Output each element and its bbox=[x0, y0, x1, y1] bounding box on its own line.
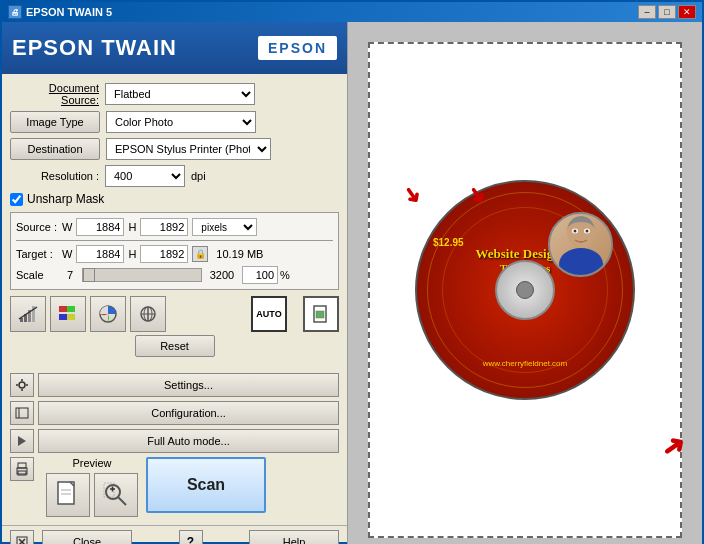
epson-header: EPSON TWAIN EPSON bbox=[2, 22, 347, 74]
scan-button[interactable]: Scan bbox=[146, 457, 266, 513]
svg-point-43 bbox=[573, 230, 576, 233]
svg-line-31 bbox=[118, 497, 126, 505]
svg-rect-15 bbox=[316, 311, 324, 318]
resolution-select[interactable]: 400 bbox=[105, 165, 185, 187]
source-row: Source : W 1884 H 1892 pixels bbox=[16, 218, 333, 236]
destination-select[interactable]: EPSON Stylus Printer (Photo) bbox=[106, 138, 271, 160]
target-row: Target : W 1884 H 1892 🔒 10.19 MB bbox=[16, 245, 333, 263]
scale-pct: % bbox=[280, 269, 290, 281]
lock-icon[interactable]: 🔒 bbox=[192, 246, 208, 262]
maximize-button[interactable]: □ bbox=[658, 5, 676, 19]
full-auto-section-row: Full Auto mode... bbox=[10, 429, 339, 453]
svg-rect-5 bbox=[59, 306, 67, 312]
source-label: Source : bbox=[16, 221, 58, 233]
histogram-button[interactable] bbox=[90, 296, 126, 332]
source-w-input[interactable]: 1884 bbox=[76, 218, 124, 236]
scale-max: 3200 bbox=[204, 269, 240, 281]
target-w-input[interactable]: 1884 bbox=[76, 245, 124, 263]
image-type-select[interactable]: Color Photo bbox=[106, 111, 256, 133]
title-bar: 🖨 EPSON TWAIN 5 – □ ✕ bbox=[2, 2, 702, 22]
cd-hole bbox=[516, 281, 534, 299]
preview-blank-button[interactable] bbox=[46, 473, 90, 517]
destination-row: Destination EPSON Stylus Printer (Photo) bbox=[10, 138, 339, 160]
svg-rect-25 bbox=[18, 463, 26, 468]
epson-twain-title: EPSON TWAIN bbox=[12, 35, 177, 61]
preview-section: Preview bbox=[46, 457, 138, 517]
preview-panel: Website Design & The Basics $12.95 www.c… bbox=[347, 22, 702, 544]
settings-icon-button[interactable] bbox=[10, 373, 34, 397]
svg-rect-6 bbox=[67, 306, 75, 312]
target-h-label: H bbox=[128, 248, 136, 260]
reset-row: Reset bbox=[10, 335, 339, 357]
configuration-button[interactable]: Configuration... bbox=[38, 401, 339, 425]
scale-row: Scale 7 3200 100 % bbox=[16, 266, 333, 284]
scale-thumb[interactable] bbox=[83, 268, 95, 282]
target-size: 10.19 MB bbox=[216, 248, 263, 260]
target-w-label: W bbox=[62, 248, 72, 260]
document-source-label: Document Source: bbox=[10, 82, 105, 106]
image-type-button[interactable]: Image Type bbox=[10, 111, 100, 133]
cd-price: $12.95 bbox=[433, 237, 464, 248]
help-button[interactable]: Help bbox=[249, 530, 339, 544]
scale-value-input[interactable]: 100 bbox=[242, 266, 278, 284]
tools-row: AUTO bbox=[10, 296, 339, 332]
scale-min: 7 bbox=[60, 269, 80, 281]
svg-marker-23 bbox=[18, 436, 26, 446]
scale-slider-track[interactable] bbox=[82, 268, 202, 282]
tone-correction-button[interactable] bbox=[10, 296, 46, 332]
destination-button[interactable]: Destination bbox=[10, 138, 100, 160]
color-correction-button[interactable] bbox=[50, 296, 86, 332]
unsharp-mask-row: Unsharp Mask bbox=[10, 192, 339, 206]
unsharp-mask-checkbox[interactable] bbox=[10, 193, 23, 206]
configuration-section-row: Configuration... bbox=[10, 401, 339, 425]
preview-scan-button[interactable] bbox=[303, 296, 339, 332]
full-auto-icon-button[interactable] bbox=[10, 429, 34, 453]
svg-rect-8 bbox=[67, 314, 75, 320]
resolution-row: Resolution : 400 dpi bbox=[10, 165, 339, 187]
close-button[interactable]: Close bbox=[42, 530, 132, 544]
cd-photo bbox=[548, 212, 613, 277]
svg-rect-21 bbox=[16, 408, 28, 418]
settings-button[interactable]: Settings... bbox=[38, 373, 339, 397]
unsharp-mask-label: Unsharp Mask bbox=[27, 192, 104, 206]
preview-canvas: Website Design & The Basics $12.95 www.c… bbox=[368, 42, 682, 538]
svg-point-40 bbox=[559, 248, 603, 277]
window-title: EPSON TWAIN 5 bbox=[26, 6, 112, 18]
epson-logo: EPSON bbox=[258, 36, 337, 60]
document-source-row: Document Source: Flatbed bbox=[10, 82, 339, 106]
document-source-select[interactable]: Flatbed bbox=[105, 83, 255, 105]
cd-url: www.cherryfieldnet.com bbox=[483, 359, 567, 368]
image-type-row: Image Type Color Photo bbox=[10, 111, 339, 133]
preview-label: Preview bbox=[72, 457, 111, 469]
cd-disc: Website Design & The Basics $12.95 www.c… bbox=[415, 180, 635, 400]
source-h-input[interactable]: 1892 bbox=[140, 218, 188, 236]
image-settings-button[interactable] bbox=[130, 296, 166, 332]
preview-zoom-button[interactable] bbox=[94, 473, 138, 517]
source-w-label: W bbox=[62, 221, 72, 233]
configuration-icon-button[interactable] bbox=[10, 401, 34, 425]
svg-rect-27 bbox=[58, 482, 74, 504]
source-unit-select[interactable]: pixels bbox=[192, 218, 257, 236]
source-h-label: H bbox=[128, 221, 136, 233]
reset-button[interactable]: Reset bbox=[135, 335, 215, 357]
target-h-input[interactable]: 1892 bbox=[140, 245, 188, 263]
target-label: Target : bbox=[16, 248, 58, 260]
close-icon-button[interactable] bbox=[10, 530, 34, 544]
resolution-label: Resolution : bbox=[10, 170, 105, 182]
help-row: Close ? Help bbox=[2, 525, 347, 544]
window-close-button[interactable]: ✕ bbox=[678, 5, 696, 19]
question-button[interactable]: ? bbox=[179, 530, 203, 544]
app-icon: 🖨 bbox=[8, 5, 22, 19]
svg-point-16 bbox=[19, 382, 25, 388]
resolution-unit: dpi bbox=[191, 170, 206, 182]
auto-button[interactable]: AUTO bbox=[251, 296, 287, 332]
minimize-button[interactable]: – bbox=[638, 5, 656, 19]
full-auto-button[interactable]: Full Auto mode... bbox=[38, 429, 339, 453]
scan-area: Preview bbox=[10, 457, 339, 517]
scale-label: Scale bbox=[16, 269, 58, 281]
settings-section-row: Settings... bbox=[10, 373, 339, 397]
printer-icon-button[interactable] bbox=[10, 457, 34, 481]
cd-center bbox=[495, 260, 555, 320]
svg-point-44 bbox=[585, 230, 588, 233]
source-target-area: Source : W 1884 H 1892 pixels Target : W bbox=[10, 212, 339, 290]
